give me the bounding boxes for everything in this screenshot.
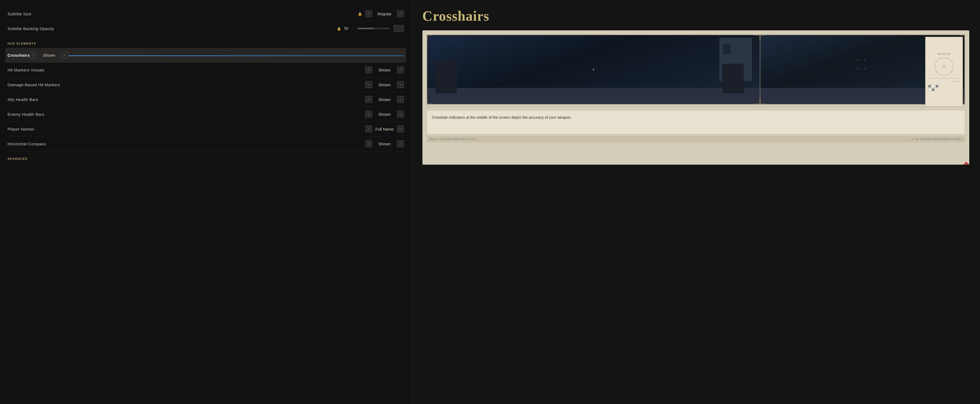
- preview-card: + – –·– –: [422, 30, 969, 165]
- doc-id: 092733-7/87: [937, 52, 950, 55]
- setting-value-0: Shown: [38, 53, 60, 57]
- setting-label-1: Hit Markers Visuals: [8, 68, 44, 72]
- setting-control-5: ‹ Full Name ›: [365, 126, 404, 132]
- setting-value-1: Shown: [374, 68, 395, 72]
- setting-control-3: ‹ Shown ›: [365, 96, 404, 103]
- setting-label-6: Horizontal Compass: [8, 142, 46, 146]
- setting-prev-btn-2[interactable]: ‹: [365, 81, 372, 88]
- setting-label-0: Crosshairs: [8, 53, 30, 57]
- hud-setting-row-2[interactable]: Damage-Based Hit Markers ‹ Shown ›: [8, 77, 404, 92]
- subtitle-size-next-btn[interactable]: ›: [397, 10, 404, 17]
- checkbox-1: [928, 85, 931, 87]
- setting-control-4: ‹ Shown ›: [365, 111, 404, 118]
- subtitle-backing-value: 50: [344, 26, 354, 30]
- slider-fill: [358, 28, 374, 29]
- right-panel: Crosshairs +: [412, 0, 980, 404]
- alt-corner-bl: [760, 99, 765, 105]
- setting-label-2: Damage-Based Hit Markers: [8, 83, 60, 87]
- setting-next-btn-2[interactable]: ›: [397, 81, 404, 88]
- setting-next-btn-0[interactable]: ›: [62, 52, 68, 59]
- doc-area: 092733-7/87 ✦ ~~~ ~~: [925, 37, 963, 107]
- description-text: Crosshair indicators at the middle of th…: [432, 115, 960, 120]
- hud-setting-row-6[interactable]: Horizontal Compass ‹ Shown ›: [8, 137, 404, 151]
- corner-bracket-bl: [427, 99, 432, 105]
- diagonal-stripe-decoration: [948, 143, 969, 165]
- doc-signature: ~~~ ~~: [928, 78, 960, 83]
- setting-value-2: Shown: [374, 83, 395, 87]
- left-panel: Subtitle Size 🔒 ‹ Regular › Subtitle Bac…: [0, 0, 412, 404]
- subtitle-size-label: Subtitle Size: [8, 11, 32, 16]
- scene-character-right: [722, 64, 744, 93]
- doc-checkbox-row-1: [928, 85, 960, 87]
- lock-icon: 🔒: [358, 12, 362, 16]
- checkbox-4: [928, 88, 931, 91]
- setting-value-5: Full Name: [374, 127, 395, 131]
- subtitle-backing-row: Subtitle Backing Opacity 🔒 50: [8, 21, 404, 36]
- scene-character-left: [435, 61, 457, 93]
- corner-bracket-tl: [427, 35, 432, 40]
- subtitle-size-row: Subtitle Size 🔒 ‹ Regular ›: [8, 6, 404, 21]
- setting-next-btn-5[interactable]: ›: [397, 126, 404, 132]
- scene-floor: [427, 88, 760, 104]
- subtitle-size-value: Regular: [374, 11, 395, 16]
- subtitle-backing-slider[interactable]: [358, 28, 390, 29]
- active-indicator: [68, 55, 404, 56]
- preview-bottom-bar: DELAY 1/27 FPS AMMO SPLIT KILL 7 : 34 TE…: [427, 136, 965, 142]
- preview-image-main: +: [427, 35, 760, 105]
- setting-control-0: ‹ Shown ›: [30, 52, 68, 59]
- setting-next-btn-1[interactable]: ›: [397, 66, 404, 73]
- setting-next-btn-4[interactable]: ›: [397, 111, 404, 118]
- setting-prev-btn-0[interactable]: ‹: [30, 52, 37, 59]
- setting-prev-btn-4[interactable]: ‹: [365, 111, 372, 118]
- doc-stamp: ✦: [935, 57, 953, 76]
- doc-checkboxes: [928, 85, 960, 91]
- hud-settings-list: Crosshairs ‹ Shown › Hit Markers Visuals…: [8, 48, 404, 151]
- setting-value-4: Shown: [374, 112, 395, 116]
- bottom-bar-right-text: 7 : 34 TEAM OF OPERATORS IN AREA: [911, 138, 962, 140]
- checkbox-3: [936, 85, 939, 87]
- crosshair-lines: – –·– –: [857, 58, 868, 70]
- subtitle-backing-control: 🔒 50: [337, 25, 404, 32]
- description-box: Crosshair indicators at the middle of th…: [427, 110, 965, 134]
- subtitle-backing-lock-icon: 🔒: [337, 27, 341, 30]
- setting-next-btn-3[interactable]: ›: [397, 96, 404, 103]
- setting-label-4: Enemy Health Bars: [8, 112, 44, 116]
- hud-setting-row-5[interactable]: Player Names ‹ Full Name ›: [8, 122, 404, 137]
- setting-control-2: ‹ Shown ›: [365, 81, 404, 88]
- subtitle-backing-label: Subtitle Backing Opacity: [8, 26, 54, 31]
- setting-label-5: Player Names: [8, 127, 34, 131]
- bottom-bar-left-text: DELAY 1/27 FPS AMMO SPLIT KILL: [430, 138, 476, 140]
- crosshair-dot: +: [592, 67, 595, 72]
- corner-bracket-tr: [755, 35, 760, 40]
- setting-label-3: Ally Health Bars: [8, 97, 38, 102]
- setting-prev-btn-5[interactable]: ‹: [365, 126, 372, 132]
- doc-checkbox-row-2: [928, 88, 960, 91]
- setting-prev-btn-6[interactable]: ‹: [365, 140, 372, 147]
- corner-bracket-br: [755, 99, 760, 105]
- hud-setting-row-4[interactable]: Enemy Health Bars ‹ Shown ›: [8, 107, 404, 122]
- setting-next-btn-6[interactable]: ›: [397, 140, 404, 147]
- checkbox-5: [932, 88, 935, 91]
- checkbox-2: [932, 85, 935, 87]
- card-divider: [427, 107, 965, 107]
- preview-title: Crosshairs: [422, 8, 969, 24]
- hud-setting-row-1[interactable]: Hit Markers Visuals ‹ Shown ›: [8, 63, 404, 77]
- subtitle-size-control: 🔒 ‹ Regular ›: [358, 10, 404, 17]
- preview-images: + – –·– –: [427, 35, 965, 105]
- setting-control-1: ‹ Shown ›: [365, 66, 404, 73]
- alt-corner-tl: [760, 35, 765, 40]
- setting-control-6: ‹ Shown ›: [365, 140, 404, 147]
- hud-section-header: HUD ELEMENTS: [8, 42, 404, 45]
- hud-setting-row-0[interactable]: Crosshairs ‹ Shown ›: [5, 48, 406, 63]
- setting-prev-btn-3[interactable]: ‹: [365, 96, 372, 103]
- setting-value-6: Shown: [374, 142, 395, 146]
- subtitle-size-prev-btn[interactable]: ‹: [365, 10, 372, 17]
- hud-setting-row-3[interactable]: Ally Health Bars ‹ Shown ›: [8, 92, 404, 107]
- advanced-section-header: ADVANCED: [8, 157, 404, 161]
- setting-prev-btn-1[interactable]: ‹: [365, 66, 372, 73]
- subtitle-backing-btn[interactable]: [394, 25, 404, 32]
- setting-value-3: Shown: [374, 97, 395, 102]
- preview-image-wrapper: + – –·– –: [427, 35, 965, 105]
